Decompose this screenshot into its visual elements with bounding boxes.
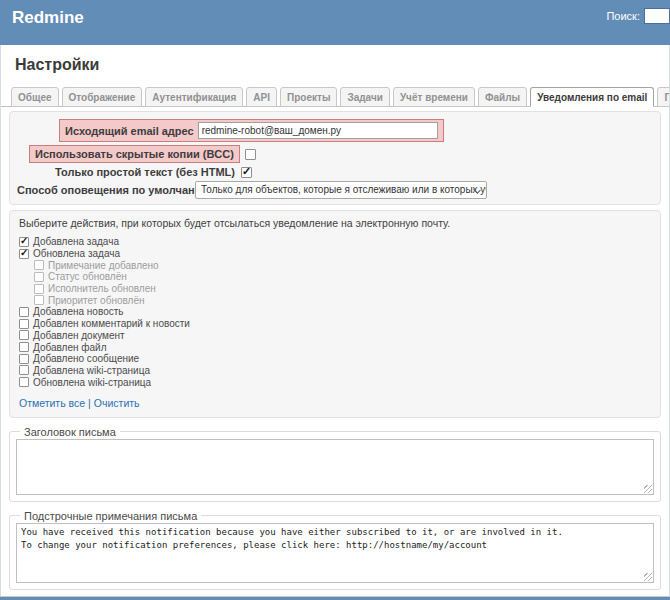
event-row: Добавлена задача [19, 236, 651, 248]
tab-API[interactable]: API [246, 87, 277, 107]
settings-tabs: ОбщееОтображениеАутентификацияAPIПроекты… [1, 87, 669, 107]
tab-Проекты[interactable]: Проекты [280, 87, 337, 107]
event-checkbox[interactable] [19, 377, 29, 387]
event-checkbox[interactable] [19, 237, 29, 247]
event-row: Статус обновлён [19, 271, 651, 283]
event-label: Добавлена wiki-страница [33, 365, 150, 376]
app-title: Redmine [12, 8, 84, 28]
email-footer-textarea[interactable]: You have received this notification beca… [16, 523, 654, 583]
event-row: Добавлено сообщение [19, 353, 651, 365]
plain-text-row: Только простой текст (без HTML) [17, 166, 653, 178]
event-checkbox[interactable] [34, 295, 44, 305]
events-list: Добавлена задачаОбновлена задачаПримечан… [19, 236, 651, 388]
tab-Отображение[interactable]: Отображение [62, 87, 143, 107]
event-row: Обновлена задача [19, 248, 651, 260]
event-checkbox[interactable] [34, 260, 44, 270]
default-notification-value: Только для объектов, которые я отслежива… [201, 184, 487, 195]
tab-Аутентификация[interactable]: Аутентификация [145, 87, 243, 107]
mail-from-row: Исходящий email адрес [17, 119, 653, 142]
mail-from-highlight: Исходящий email адрес [59, 119, 444, 142]
event-label: Обновлена wiki-страница [33, 377, 151, 388]
email-footer-legend: Подстрочные примечания письма [20, 510, 201, 522]
email-header-textarea[interactable] [16, 439, 654, 495]
mail-from-label: Исходящий email адрес [65, 125, 194, 137]
top-header: Redmine Поиск: [0, 0, 670, 45]
event-label: Добавлен комментарий к новости [33, 318, 190, 329]
event-checkbox[interactable] [19, 342, 29, 352]
event-row: Приоритет обновлён [19, 294, 651, 306]
email-header-fieldset: Заголовок письма [9, 426, 661, 502]
event-row: Добавлен комментарий к новости [19, 318, 651, 330]
event-label: Добавлен документ [33, 330, 125, 341]
event-row: Добавлена wiki-страница [19, 365, 651, 377]
check-all-link[interactable]: Отметить все [19, 397, 85, 409]
event-label: Исполнитель обновлен [48, 283, 156, 294]
tab-Учёт времени[interactable]: Учёт времени [393, 87, 475, 107]
email-footer-fieldset: Подстрочные примечания письма You have r… [9, 510, 661, 590]
notification-events-box: Выберите действия, при которых будет отс… [9, 210, 661, 418]
event-checkbox[interactable] [19, 319, 29, 329]
event-row: Добавлен документ [19, 330, 651, 342]
links-separator: | [88, 397, 91, 409]
event-label: Обновлена задача [33, 248, 120, 259]
bcc-highlight: Использовать скрытые копии (BCC) [29, 145, 240, 163]
search-area: Поиск: [606, 8, 670, 24]
tab-Приём сообщений[interactable]: Приём сообщений [657, 87, 670, 107]
event-label: Добавлен файл [33, 342, 107, 353]
plain-text-checkbox[interactable] [241, 167, 252, 178]
page-title: Настройки [15, 56, 669, 74]
search-input[interactable] [644, 8, 670, 24]
event-label: Добавлена новость [33, 306, 123, 317]
event-label: Добавлена задача [33, 236, 119, 247]
events-links-row: Отметить все|Очистить [19, 397, 651, 409]
email-header-legend: Заголовок письма [20, 426, 120, 438]
event-row: Примечание добавлено [19, 259, 651, 271]
event-label: Приоритет обновлён [48, 295, 144, 306]
event-row: Обновлена wiki-страница [19, 376, 651, 388]
event-checkbox[interactable] [34, 284, 44, 294]
event-label: Примечание добавлено [48, 260, 159, 271]
tab-Общее[interactable]: Общее [11, 87, 59, 107]
email-settings-box: Исходящий email адрес Использовать скрыт… [9, 111, 661, 205]
event-row: Добавлена новость [19, 306, 651, 318]
default-notification-label: Способ оповещения по умолчанию [17, 184, 191, 196]
mail-from-input[interactable] [198, 122, 438, 139]
clear-link[interactable]: Очистить [94, 397, 140, 409]
event-checkbox[interactable] [19, 330, 29, 340]
event-checkbox[interactable] [19, 249, 29, 259]
bcc-checkbox[interactable] [245, 149, 256, 160]
bcc-row: Использовать скрытые копии (BCC) [17, 145, 653, 163]
default-notification-row: Способ оповещения по умолчанию Только дл… [17, 181, 653, 199]
event-row: Исполнитель обновлен [19, 283, 651, 295]
tab-Уведомления по email[interactable]: Уведомления по email [530, 87, 654, 107]
main-content: Настройки ОбщееОтображениеАутентификация… [0, 45, 670, 597]
event-checkbox[interactable] [19, 365, 29, 375]
bcc-label: Использовать скрытые копии (BCC) [35, 148, 234, 160]
plain-text-label: Только простой текст (без HTML) [17, 166, 235, 178]
event-row: Добавлен файл [19, 341, 651, 353]
search-label: Поиск: [606, 10, 640, 22]
event-checkbox[interactable] [19, 307, 29, 317]
event-checkbox[interactable] [19, 354, 29, 364]
default-notification-select[interactable]: Только для объектов, которые я отслежива… [195, 181, 487, 199]
event-checkbox[interactable] [34, 272, 44, 282]
event-label: Статус обновлён [48, 271, 127, 282]
tab-Файлы[interactable]: Файлы [478, 87, 527, 107]
event-label: Добавлено сообщение [33, 353, 139, 364]
tab-Задачи[interactable]: Задачи [340, 87, 389, 107]
events-intro: Выберите действия, при которых будет отс… [19, 217, 651, 229]
